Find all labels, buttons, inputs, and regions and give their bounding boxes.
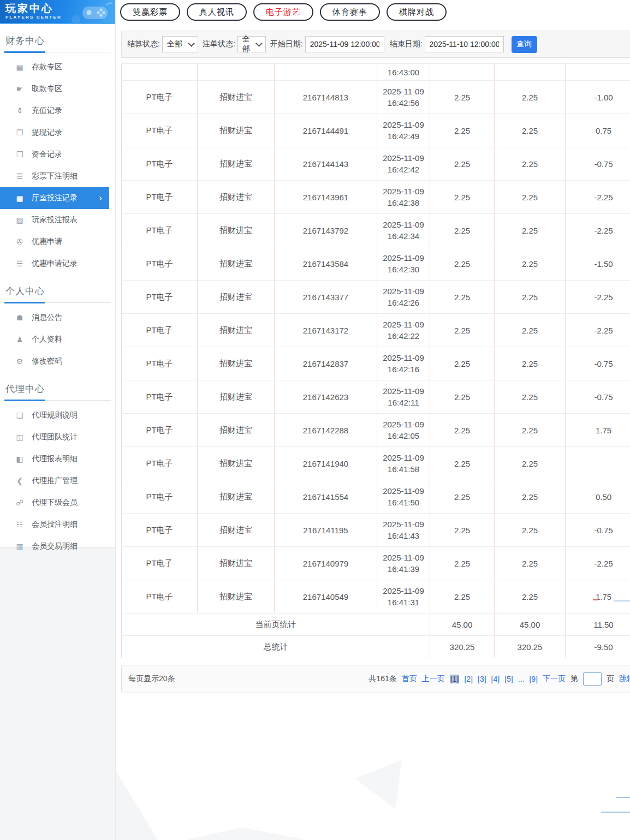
cell-valid-bet: 2.25 (495, 514, 566, 547)
end-date-input[interactable] (425, 36, 504, 52)
cell-bet-amount: 2.25 (430, 281, 495, 314)
page-number-3[interactable]: [3] (478, 675, 486, 683)
cell-game-type: PT电子 (122, 380, 198, 414)
prev-page-link[interactable]: 上一页 (422, 674, 445, 684)
sidebar-item-promo-apply-records[interactable]: ☱优惠申请记录 (0, 253, 115, 275)
cell-game-name: 招财进宝 (198, 81, 275, 114)
cell-bet-time: 2025-11-0916:42:56 (377, 81, 430, 114)
sidebar-item-agent-rules[interactable]: ❏代理规则说明 (0, 404, 115, 426)
bet-date: 2025-11-09 (377, 552, 430, 563)
bet-date: 2025-11-09 (377, 519, 430, 530)
order-status-select[interactable]: 全部 (237, 36, 266, 52)
next-page-link[interactable]: 下一页 (543, 674, 566, 684)
summary-label: 总统计 (122, 636, 430, 658)
page-number-5[interactable]: [5] (504, 675, 513, 683)
sidebar-item-label: 个人资料 (32, 335, 62, 344)
section-title-underline (4, 51, 45, 53)
cell-valid-bet: 2.25 (495, 314, 566, 347)
sidebar-item-announcements[interactable]: ☗消息公告 (0, 307, 115, 329)
sidebar-item-promo-apply[interactable]: ✇优惠申请 (0, 231, 115, 253)
logo[interactable]: 玩家中心 PLAYERS CENTER (0, 0, 115, 24)
cell-valid-bet: 2.25 (495, 114, 566, 147)
cell-game-name: 招财进宝 (198, 580, 275, 613)
render-artifact (601, 812, 630, 813)
cell-order-no: 2167143172 (275, 314, 377, 347)
cell (430, 64, 495, 81)
page-number-4[interactable]: [4] (491, 675, 500, 683)
nav-tab-e-games[interactable]: 电子游艺 (253, 3, 313, 21)
cell-game-name: 招财进宝 (198, 114, 275, 147)
page-number-1[interactable]: [1] (450, 675, 460, 683)
nav-tab-live-casino[interactable]: 真人视讯 (187, 3, 247, 21)
cell-valid-bet: 2.25 (495, 414, 566, 447)
sidebar-item-label: 取款专区 (32, 84, 62, 94)
sidebar-item-agent-team-stats[interactable]: ◫代理团队统计 (0, 426, 115, 448)
per-page-label: 每页显示20条 (128, 674, 175, 684)
sidebar-item-recharge-records[interactable]: ⚱充值记录 (0, 100, 115, 122)
bet-time: 16:42:34 (377, 230, 430, 242)
sidebar-item-agent-promotion[interactable]: ❮代理推广管理 (0, 470, 115, 492)
sidebar-item-agent-report-details[interactable]: ◧代理报表明细 (0, 448, 115, 470)
sidebar-item-hall-bet-records[interactable]: ▦厅室投注记录› (0, 187, 109, 209)
bet-date: 2025-11-09 (377, 385, 430, 397)
cell-valid-bet: 2.25 (495, 447, 566, 480)
jump-page-input[interactable] (583, 672, 602, 686)
sidebar-item-change-password[interactable]: ⚙修改密码 (0, 350, 115, 372)
sidebar-item-member-transaction-details[interactable]: ▥会员交易明细 (0, 535, 115, 557)
section-items: ☗消息公告♟个人资料⚙修改密码 (0, 307, 115, 372)
money-bag-icon: ⚱ (15, 106, 25, 115)
sidebar-item-withdrawal-records[interactable]: ❐提现记录 (0, 122, 115, 144)
sidebar-item-withdraw[interactable]: ☛取款专区 (0, 78, 115, 100)
sidebar-item-lottery-bet-details[interactable]: ☰彩票下注明细 (0, 165, 115, 187)
table-row: PT电子招财进宝21671426232025-11-0916:42:112.25… (122, 380, 630, 414)
bet-time: 16:42:22 (377, 330, 430, 342)
table-row: PT电子招财进宝21671409792025-11-0916:41:392.25… (122, 547, 630, 580)
bet-date: 2025-11-09 (377, 252, 430, 264)
sidebar-item-agent-sub-members[interactable]: ☍代理下级会员 (0, 492, 115, 514)
cell-bet-time: 2025-11-0916:42:26 (377, 281, 430, 314)
sidebar-item-deposit[interactable]: ▤存款专区 (0, 56, 115, 78)
order-status-value: 全部 (242, 34, 253, 54)
table-row: PT电子招财进宝21671411952025-11-0916:41:432.25… (122, 514, 630, 547)
cell-bet-time: 2025-11-0916:42:38 (377, 181, 430, 214)
bet-date: 2025-11-09 (377, 319, 430, 330)
chevron-right-icon: › (99, 194, 102, 202)
sidebar-item-label: 代理下级会员 (32, 498, 78, 508)
bet-time: 16:42:11 (377, 397, 430, 408)
table-row: PT电子招财进宝21671431722025-11-0916:42:222.25… (122, 314, 630, 347)
nav-tab-board-games[interactable]: 棋牌对战 (387, 3, 447, 21)
jump-action-link[interactable]: 跳转 (619, 674, 630, 684)
filter-bar: 结算状态: 全部 注单状态: 全部 开始日期: 结束日期: 查询 (121, 31, 630, 58)
sidebar-item-member-bet-details[interactable]: ☷会员投注明细 (0, 514, 115, 535)
nav-tab-sports[interactable]: 体育赛事 (320, 3, 380, 21)
cell-game-type: PT电子 (122, 347, 198, 380)
bet-time: 16:41:39 (377, 563, 430, 575)
page-number-2[interactable]: [2] (464, 675, 473, 683)
first-page-link[interactable]: 首页 (402, 674, 417, 684)
bell-icon: ☗ (15, 313, 25, 322)
cell-game-name: 招财进宝 (198, 247, 275, 281)
cell-win-loss: -0.75 (566, 347, 630, 380)
start-date-input[interactable] (305, 36, 384, 52)
cell-valid-bet: 2.25 (495, 547, 566, 580)
nav-tab-lottery[interactable]: 雙赢彩票 (120, 3, 180, 21)
cell-bet-amount: 2.25 (430, 314, 495, 347)
cell-valid-bet: 2.25 (495, 347, 566, 380)
sidebar-item-label: 提现记录 (32, 128, 62, 138)
bet-date: 2025-11-09 (377, 485, 430, 497)
bet-date: 2025-11-09 (377, 186, 430, 197)
chevron-down-icon (255, 40, 263, 47)
sidebar-item-profile[interactable]: ♟个人资料 (0, 329, 115, 350)
table-row: PT电子招财进宝21671428372025-11-0916:42:162.25… (122, 347, 630, 380)
query-button[interactable]: 查询 (512, 36, 537, 53)
sidebar-item-label: 修改密码 (32, 356, 62, 366)
page-number-9[interactable]: [9] (529, 675, 538, 683)
cell-bet-time: 2025-11-0916:41:50 (377, 480, 430, 514)
cell-bet-amount: 2.25 (430, 114, 495, 147)
chevron-down-icon (188, 40, 195, 47)
table-row: PT电子招财进宝21671405492025-11-0916:41:312.25… (122, 580, 630, 613)
sidebar-item-funds-records[interactable]: ❒资金记录 (0, 144, 115, 165)
settle-status-select[interactable]: 全部 (162, 36, 198, 52)
bet-time: 16:42:30 (377, 264, 430, 275)
sidebar-item-player-bet-report[interactable]: ▨玩家投注报表 (0, 209, 115, 231)
